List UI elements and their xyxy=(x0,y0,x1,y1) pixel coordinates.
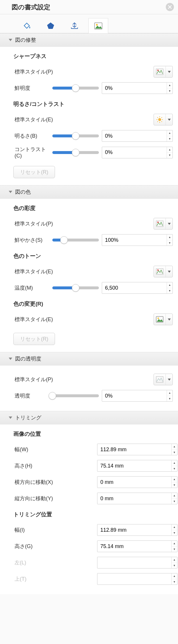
crop-left-input[interactable] xyxy=(97,557,171,568)
transparency-spin-down[interactable]: ▼ xyxy=(167,396,172,402)
sat-preset-dropdown[interactable] xyxy=(154,218,173,230)
pos-width-up[interactable]: ▲ xyxy=(172,444,177,450)
sharpness-spin-up[interactable]: ▲ xyxy=(167,83,172,88)
crop-left-label: 左(L) xyxy=(15,559,70,566)
crop-left-spinner[interactable]: ▲▼ xyxy=(97,557,177,568)
section-color-label: 図の色 xyxy=(15,188,31,195)
contrast-input[interactable] xyxy=(102,147,167,158)
pos-offx-spinner[interactable]: ▲▼ xyxy=(97,476,177,488)
temperature-slider[interactable] xyxy=(52,286,99,289)
pos-width-spinner[interactable]: ▲▼ xyxy=(97,444,177,455)
pos-offy-up[interactable]: ▲ xyxy=(172,493,177,499)
crop-width-up[interactable]: ▲ xyxy=(172,524,177,530)
pos-height-down[interactable]: ▼ xyxy=(172,466,177,472)
pos-width-down[interactable]: ▼ xyxy=(172,450,177,455)
vividness-spin-down[interactable]: ▼ xyxy=(167,240,172,246)
recolor-preset-dropdown[interactable] xyxy=(154,314,173,325)
color-reset-button[interactable]: リセット(R) xyxy=(13,333,55,345)
tab-effects[interactable] xyxy=(41,18,60,33)
pos-height-input[interactable] xyxy=(97,460,171,471)
crop-top-down[interactable]: ▼ xyxy=(172,579,177,585)
preset-icon xyxy=(156,220,163,227)
crop-width-down[interactable]: ▼ xyxy=(172,530,177,536)
pos-offy-down[interactable]: ▼ xyxy=(172,499,177,504)
temperature-spinner[interactable]: ▲▼ xyxy=(102,282,173,294)
crop-height-down[interactable]: ▼ xyxy=(172,547,177,552)
temperature-spin-up[interactable]: ▲ xyxy=(167,282,172,288)
pos-offx-input[interactable] xyxy=(97,477,171,488)
crop-top-input[interactable] xyxy=(97,573,171,584)
pos-height-up[interactable]: ▲ xyxy=(172,460,177,466)
sharpness-spinner[interactable]: ▲▼ xyxy=(102,82,173,94)
vividness-spin-up[interactable]: ▲ xyxy=(167,235,172,240)
corrections-reset-button[interactable]: リセット(R) xyxy=(13,166,55,178)
pos-offx-label: 横方向に移動(X) xyxy=(15,479,70,486)
tab-fill[interactable] xyxy=(17,18,37,33)
sharpness-input[interactable] xyxy=(102,83,167,94)
close-button[interactable] xyxy=(166,3,174,11)
crop-top-spinner[interactable]: ▲▼ xyxy=(97,573,177,585)
contrast-spinner[interactable]: ▲▼ xyxy=(102,147,173,158)
tab-picture[interactable] xyxy=(88,18,108,33)
sharpness-slider[interactable] xyxy=(52,87,99,90)
crop-height-input[interactable] xyxy=(97,541,171,552)
bright-preset-dropdown[interactable] xyxy=(154,114,173,125)
paint-bucket-icon xyxy=(22,22,31,30)
temperature-spin-down[interactable]: ▼ xyxy=(167,288,172,294)
sharpness-preset-dropdown[interactable] xyxy=(154,66,173,78)
pos-height-spinner[interactable]: ▲▼ xyxy=(97,460,177,472)
transparency-input[interactable] xyxy=(102,390,167,401)
section-corrections-header[interactable]: 図の修整 xyxy=(0,33,178,47)
picture-icon xyxy=(156,316,163,323)
tone-preset-dropdown[interactable] xyxy=(154,266,173,277)
brightness-spin-down[interactable]: ▼ xyxy=(167,136,172,142)
section-color-header[interactable]: 図の色 xyxy=(0,185,178,199)
vividness-input[interactable] xyxy=(102,235,167,246)
contrast-spin-up[interactable]: ▲ xyxy=(167,147,172,153)
contrast-spin-down[interactable]: ▼ xyxy=(167,153,172,158)
bright-preset-label: 標準スタイル(E) xyxy=(15,116,70,123)
crop-left-up[interactable]: ▲ xyxy=(172,557,177,563)
pos-offy-input[interactable] xyxy=(97,493,171,504)
vividness-slider[interactable] xyxy=(52,239,99,242)
pos-offy-spinner[interactable]: ▲▼ xyxy=(97,493,177,504)
tab-size[interactable] xyxy=(65,18,84,33)
brightness-spinner[interactable]: ▲▼ xyxy=(102,130,173,142)
brightness-spin-up[interactable]: ▲ xyxy=(167,130,172,136)
subhead-crop-position: トリミング位置 xyxy=(13,511,177,518)
trans-preset-dropdown[interactable] xyxy=(154,374,173,385)
chevron-down-icon xyxy=(9,416,12,419)
transparency-slider[interactable] xyxy=(52,394,99,397)
crop-width-label: 幅(I) xyxy=(15,526,70,533)
svg-point-4 xyxy=(158,118,161,121)
pos-offx-down[interactable]: ▼ xyxy=(172,482,177,488)
crop-height-spinner[interactable]: ▲▼ xyxy=(97,540,177,552)
crop-top-up[interactable]: ▲ xyxy=(172,573,177,579)
preset-icon xyxy=(156,69,163,75)
chevron-down-icon xyxy=(9,39,12,41)
crop-width-spinner[interactable]: ▲▼ xyxy=(97,524,177,536)
picture-icon xyxy=(94,22,103,30)
brightness-input[interactable] xyxy=(102,130,167,141)
chevron-down-icon xyxy=(9,358,12,360)
transparency-spin-up[interactable]: ▲ xyxy=(167,390,172,396)
vividness-spinner[interactable]: ▲▼ xyxy=(102,234,173,246)
contrast-slider[interactable] xyxy=(52,151,99,154)
section-crop-header[interactable]: トリミング xyxy=(0,411,178,424)
crop-height-up[interactable]: ▲ xyxy=(172,541,177,547)
temperature-label: 温度(M) xyxy=(15,284,49,291)
contrast-label: コントラスト(C) xyxy=(15,146,49,159)
transparency-spinner[interactable]: ▲▼ xyxy=(102,390,173,402)
vividness-label: 鮮やかさ(S) xyxy=(15,237,49,244)
pos-offx-up[interactable]: ▲ xyxy=(172,477,177,482)
temperature-input[interactable] xyxy=(102,282,167,293)
crop-width-input[interactable] xyxy=(97,524,171,536)
section-transparency-header[interactable]: 図の透明度 xyxy=(0,352,178,365)
brightness-slider[interactable] xyxy=(52,134,99,137)
subhead-tone: 色のトーン xyxy=(13,252,173,260)
crop-left-down[interactable]: ▼ xyxy=(172,563,177,568)
pos-width-input[interactable] xyxy=(97,444,171,455)
sharpness-spin-down[interactable]: ▼ xyxy=(167,88,172,94)
svg-point-16 xyxy=(157,270,159,271)
close-icon xyxy=(168,5,172,9)
